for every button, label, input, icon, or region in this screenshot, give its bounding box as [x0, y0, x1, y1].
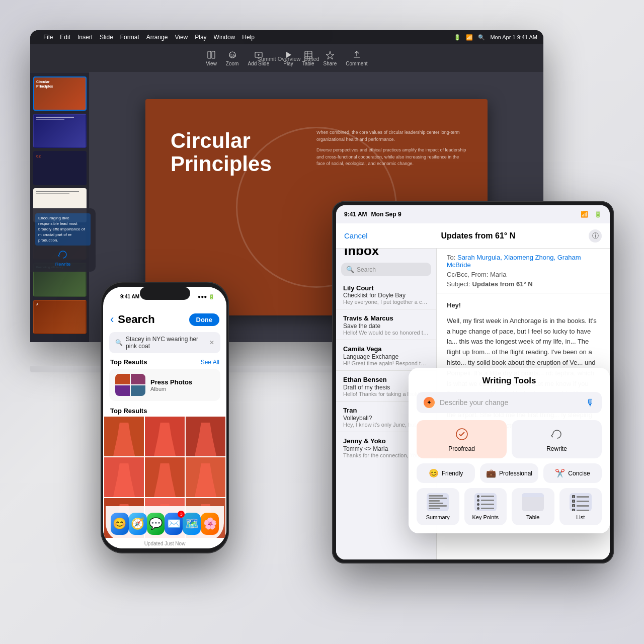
iphone-device: 9:41 AM ●●● 🔋 ‹ Search Done 🔍 Stacey in …: [101, 282, 229, 553]
photo-cell-2[interactable]: [145, 417, 185, 456]
mail-item-1[interactable]: Travis & Marcus Save the date Hello! We …: [336, 309, 436, 340]
to-label: To:: [447, 254, 455, 261]
ipad-date: Mon Sep 9: [371, 211, 401, 218]
clear-search-icon[interactable]: ✕: [209, 339, 214, 346]
menu-file[interactable]: File: [43, 34, 53, 41]
slide-thumb-2[interactable]: [33, 114, 87, 148]
menubar-left: File Edit Insert Slide Format Arrange Vi…: [36, 34, 255, 41]
slide-thumb-7[interactable]: A: [33, 300, 87, 334]
photo-cell-6[interactable]: [186, 457, 225, 497]
proofread-label: Proofread: [448, 445, 475, 452]
list-format-button[interactable]: 1 2 3 4 List: [559, 488, 602, 525]
table-label: Table: [526, 514, 539, 520]
wifi-icon: 📶: [466, 34, 473, 41]
rewrite-icon: [549, 426, 565, 442]
menu-help[interactable]: Help: [242, 34, 255, 41]
writing-tools-input-row[interactable]: ✦ Describe your change 🎙: [417, 392, 602, 413]
wt-tone-row: 😊 Friendly 💼 Professional ✂️ Concise: [417, 463, 602, 483]
iphone-dynamic-island: [140, 287, 190, 300]
photos-app-title: Search: [118, 313, 185, 326]
table-format-button[interactable]: Table: [512, 488, 554, 525]
toolbar-format[interactable]: Share: [324, 50, 337, 66]
summary-format-button[interactable]: Summary: [417, 488, 459, 525]
slide-thumb-3[interactable]: 02: [33, 151, 87, 185]
press-mini-4: [131, 385, 145, 396]
menu-window[interactable]: Window: [214, 34, 235, 41]
photo-cell-5[interactable]: [145, 457, 185, 497]
email-actions-bar: Cancel Updates from 61° N ⓘ: [437, 223, 610, 249]
slide-subtitle-area: When combined, the core values of circul…: [316, 129, 467, 172]
key-points-format-button[interactable]: Key Points: [464, 488, 507, 525]
mail-search-placeholder: Search: [357, 266, 376, 273]
rewrite-button[interactable]: Rewrite: [90, 250, 91, 267]
photo-cell-1[interactable]: [104, 417, 144, 456]
wt-input-placeholder[interactable]: Describe your change: [440, 398, 581, 407]
menu-insert[interactable]: Insert: [77, 34, 93, 41]
ipad-topbar-right: 📶 🔋: [581, 211, 602, 218]
ipad-statusbar: 9:41 AM Mon Sep 9 📶 🔋: [336, 205, 610, 223]
battery-icon: 🔋: [454, 34, 461, 41]
toolbar-view[interactable]: View: [206, 50, 217, 66]
iphone-body: 9:41 AM ●●● 🔋 ‹ Search Done 🔍 Stacey in …: [101, 282, 229, 553]
photos-done-button[interactable]: Done: [189, 313, 220, 326]
photos-search-bar[interactable]: 🔍 Stacey in NYC wearing her pink coat ✕: [109, 332, 220, 353]
svg-rect-1: [212, 51, 215, 58]
menubar-right: 🔋 📶 🔍 Mon Apr 1 9:41 AM: [454, 34, 537, 41]
email-header-subject: Updates from 61° N: [441, 231, 515, 240]
concise-button[interactable]: ✂️ Concise: [543, 463, 602, 483]
menu-edit[interactable]: Edit: [60, 34, 70, 41]
rewrite-tool-button[interactable]: Rewrite: [512, 420, 602, 458]
slide-subtitle-1: When combined, the core values of circul…: [316, 129, 467, 143]
iphone-time: 9:41 AM: [120, 294, 139, 299]
slide-thumb-1[interactable]: Circular Principles: [33, 76, 87, 111]
top-results-section: Top Results See All: [103, 355, 226, 367]
mail-item-0[interactable]: Lily Court Checklist for Doyle Bay Hey e…: [336, 280, 436, 309]
menu-arrange[interactable]: Arrange: [146, 34, 168, 41]
toolbar-zoom[interactable]: 41% Zoom: [226, 50, 239, 66]
subject-label: Subject:: [447, 280, 470, 288]
dock-maps[interactable]: 🗺️: [183, 513, 201, 535]
list-label: List: [576, 514, 585, 520]
dock-safari[interactable]: 🧭: [129, 513, 147, 535]
ipad-wifi-icon: 📶: [581, 211, 588, 218]
menu-play[interactable]: Play: [195, 34, 206, 41]
iphone-statusbar-icons: ●●● 🔋: [198, 294, 214, 299]
photos-nav: ‹ Search Done: [103, 309, 226, 330]
press-photos-name: Press Photos: [150, 378, 214, 386]
see-all-link[interactable]: See All: [201, 359, 219, 366]
iphone-dock: 😊 🧭 💬 ✉️ 3 🗺️ 🌸: [106, 506, 224, 541]
email-greeting: Hey!: [447, 300, 600, 311]
proofread-button[interactable]: Proofread: [417, 420, 507, 458]
wt-main-tools: Proofread Rewrite: [417, 420, 602, 458]
search-icon: 🔍: [115, 339, 123, 346]
summary-label: Summary: [426, 514, 450, 520]
mail-search-bar[interactable]: 🔍 Search: [341, 263, 431, 276]
search-menubar-icon[interactable]: 🔍: [478, 34, 485, 41]
dock-messages[interactable]: 💬: [147, 513, 165, 535]
menu-format[interactable]: Format: [120, 34, 139, 41]
slides-panel[interactable]: Circular Principles 02: [30, 72, 90, 342]
photo-cell-3[interactable]: [186, 417, 225, 456]
friendly-button[interactable]: 😊 Friendly: [417, 463, 475, 483]
rewrite-highlighted-text: Encouraging dive responsible lead most b…: [90, 213, 91, 246]
wt-format-row: Summary Key Points: [417, 488, 602, 525]
menu-slide[interactable]: Slide: [100, 34, 113, 41]
rewrite-tool-label: Rewrite: [546, 445, 567, 452]
menu-view[interactable]: View: [175, 34, 188, 41]
photo-cell-4[interactable]: [104, 457, 144, 497]
dock-finder[interactable]: 😊: [111, 513, 129, 535]
email-info-button[interactable]: ⓘ: [589, 229, 602, 243]
ipad-topbar-left: 9:41 AM Mon Sep 9: [344, 211, 401, 218]
mic-icon[interactable]: 🎙: [586, 397, 595, 408]
professional-button[interactable]: 💼 Professional: [480, 463, 538, 483]
dock-photos[interactable]: 🌸: [201, 513, 219, 535]
slide-main-title: Circular Principles: [171, 129, 272, 176]
toolbar-share[interactable]: Comment: [346, 50, 367, 66]
mail-item-2[interactable]: Camila Vega Language Exchange Hi! Great …: [336, 340, 436, 370]
writing-tools-title: Writing Tools: [417, 376, 602, 386]
back-button[interactable]: ‹: [110, 313, 114, 326]
dock-mail[interactable]: ✉️ 3: [165, 513, 183, 535]
press-photos-info: Press Photos Album: [150, 378, 214, 392]
press-photos-card[interactable]: Press Photos Album: [109, 369, 220, 401]
keynote-toolbar: View 41% Zoom Add Slide Summit OverviewE…: [30, 44, 543, 72]
